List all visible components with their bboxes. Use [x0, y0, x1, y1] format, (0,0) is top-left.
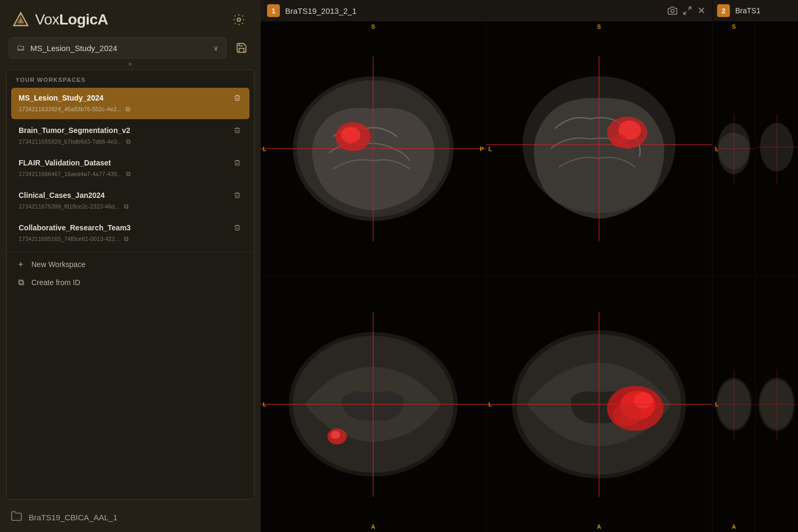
workspace-id-3: 1734211675399_f818ce2c-2323-46d... ⧉: [19, 202, 242, 211]
viewer-1-controls: ✕: [668, 5, 705, 16]
delete-workspace-0[interactable]: [232, 93, 242, 103]
create-from-id-button[interactable]: ⧉ Create from ID: [14, 276, 246, 289]
workspace-actions-2: [232, 158, 242, 168]
viewer-1-header: 1 BraTS19_2013_2_1: [261, 0, 712, 21]
partial-scan-grid: S L: [713, 21, 798, 532]
workspace-folder-icon: 🗂: [16, 43, 25, 53]
viewer-1-title: BraTS19_2013_2_1: [285, 6, 662, 15]
svg-point-32: [634, 392, 653, 408]
screenshot-button[interactable]: [668, 6, 677, 15]
viewer-panel-2: 2 BraTS1 S L: [713, 0, 798, 532]
workspace-actions-3: [232, 190, 242, 200]
workspace-dropdown[interactable]: 🗂 MS_Lesion_Study_2024 ∨: [9, 37, 227, 59]
label-a-axial1: A: [371, 523, 376, 530]
copy-doc-icon: ⧉: [15, 278, 26, 287]
workspace-actions-1: [232, 126, 242, 135]
svg-point-4: [671, 10, 674, 13]
logo-area: VoxLogicA: [12, 11, 108, 29]
partial-scan-cell-2[interactable]: [755, 21, 798, 277]
diamond-divider: [0, 61, 261, 66]
label-l-axial1: L: [263, 401, 267, 408]
save-button[interactable]: [231, 37, 252, 59]
copy-id-0[interactable]: ⧉: [124, 104, 131, 114]
delete-workspace-3[interactable]: [232, 190, 242, 200]
main-content: 1 BraTS19_2013_2_1: [261, 0, 798, 532]
label-a-axial2: A: [597, 523, 601, 530]
workspace-id-0: 1734211633924_45a93b76-552c-4e2... ⧉: [19, 104, 242, 114]
sidebar-header: VoxLogicA: [0, 0, 261, 37]
sidebar: VoxLogicA 🗂 MS_Lesion_Study_2024 ∨: [0, 0, 261, 532]
label-l-partial-3: L: [715, 401, 719, 408]
workspaces-panel-title: YOUR WORKSPACES: [7, 70, 254, 87]
copy-id-2[interactable]: ⧉: [125, 169, 132, 179]
workspace-id-1: 1734211655829_b7bdb6d3-7db6-4e3... ⧉: [19, 137, 242, 146]
svg-point-3: [237, 18, 240, 21]
label-s-partial-1: S: [732, 23, 736, 30]
workspace-id-2: 1734211666467_16aed4a7-4a77-439... ⧉: [19, 169, 242, 179]
viewers-area: 1 BraTS19_2013_2_1: [261, 0, 798, 532]
label-s-top-sagittal: S: [597, 23, 601, 30]
label-p-coronal: P: [480, 146, 484, 152]
workspace-name-3: Clinical_Cases_Jan2024: [19, 191, 105, 200]
new-workspace-button[interactable]: + New Workspace: [14, 257, 246, 271]
viewer-2-header: 2 BraTS1: [713, 0, 798, 21]
workspace-name-0: MS_Lesion_Study_2024: [19, 94, 104, 102]
label-l-partial-1: L: [715, 146, 719, 152]
close-viewer-1-button[interactable]: ✕: [697, 5, 705, 16]
delete-workspace-2[interactable]: [232, 158, 242, 168]
viewer-2-title: BraTS1: [735, 6, 794, 15]
viewer-2-number: 2: [717, 4, 730, 17]
workspaces-footer: + New Workspace ⧉ Create from ID: [7, 252, 254, 296]
partial-scan-cell-3[interactable]: A L: [713, 277, 755, 532]
scan-cell-axial-1[interactable]: A L: [261, 277, 486, 532]
workspace-selector-row: 🗂 MS_Lesion_Study_2024 ∨: [9, 37, 252, 59]
workspace-name-4: Collaborative_Research_Team3: [19, 223, 131, 232]
copy-id-1[interactable]: ⧉: [125, 137, 132, 146]
label-l-coronal: L: [263, 146, 267, 152]
app-title: VoxLogicA: [35, 11, 108, 28]
svg-line-6: [684, 12, 686, 14]
workspace-item-3[interactable]: Clinical_Cases_Jan2024 1734211675399_f81…: [11, 185, 250, 217]
workspace-item-1[interactable]: Brain_Tumor_Segmentation_v2 173421165582…: [11, 120, 250, 152]
workspaces-panel: YOUR WORKSPACES MS_Lesion_Study_2024 173…: [6, 70, 254, 500]
label-s-top-coronal: S: [371, 23, 375, 30]
fullscreen-button[interactable]: [683, 6, 692, 15]
workspace-item-4[interactable]: Collaborative_Research_Team3 17342116851…: [11, 218, 250, 249]
logo-icon: [12, 11, 30, 29]
svg-point-24: [330, 431, 340, 439]
folder-icon: [11, 510, 22, 525]
label-l-axial2: L: [488, 401, 492, 408]
bottom-folder-name: BraTS19_CBICA_AAL_1: [29, 513, 118, 522]
chevron-down-icon: ∨: [213, 44, 219, 52]
svg-point-31: [613, 403, 642, 426]
viewer-panel-1: 1 BraTS19_2013_2_1: [261, 0, 713, 532]
viewer-1-number: 1: [267, 4, 280, 17]
copy-id-3[interactable]: ⧉: [123, 202, 130, 211]
svg-point-16: [611, 134, 627, 147]
svg-line-5: [688, 7, 691, 10]
workspace-name-2: FLAIR_Validation_Dataset: [19, 159, 111, 167]
scan-cell-sagittal[interactable]: S L: [486, 21, 712, 277]
workspace-item-active[interactable]: MS_Lesion_Study_2024 1734211633924_45a93…: [11, 88, 250, 119]
delete-workspace-1[interactable]: [232, 126, 242, 135]
workspace-actions-0: [232, 93, 242, 103]
label-a-partial-3: A: [732, 523, 736, 530]
workspace-name-1: Brain_Tumor_Segmentation_v2: [19, 126, 130, 135]
current-workspace-label: MS_Lesion_Study_2024: [30, 44, 208, 53]
workspace-actions-4: [232, 223, 242, 232]
scan-grid-1: S L P: [261, 21, 712, 532]
delete-workspace-4[interactable]: [232, 223, 242, 232]
scan-cell-axial-2[interactable]: A L: [486, 277, 712, 532]
workspace-id-4: 1734211685165_74f0ce61-0013-422... ⧉: [19, 234, 242, 244]
plus-icon: +: [15, 260, 26, 269]
workspace-item-2[interactable]: FLAIR_Validation_Dataset 1734211666467_1…: [11, 153, 250, 184]
copy-id-4[interactable]: ⧉: [123, 234, 130, 244]
settings-button[interactable]: [229, 10, 249, 30]
bottom-folder[interactable]: BraTS19_CBICA_AAL_1: [0, 503, 261, 532]
partial-scan-cell-4[interactable]: [755, 277, 798, 532]
label-l-sagittal: L: [488, 146, 492, 152]
partial-scan-cell-1[interactable]: S L: [713, 21, 755, 277]
scan-cell-coronal[interactable]: S L P: [261, 21, 486, 277]
svg-point-10: [341, 127, 360, 143]
